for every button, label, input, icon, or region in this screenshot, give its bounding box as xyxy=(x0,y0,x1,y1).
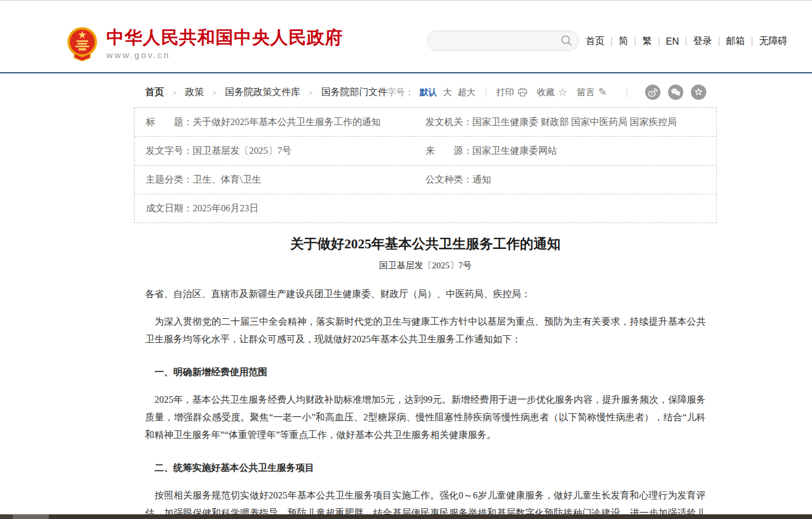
wechat-share-icon[interactable] xyxy=(668,85,683,100)
toolbar-divider: | xyxy=(626,87,628,97)
font-size-label: 字号： xyxy=(387,87,414,98)
breadcrumb-policy[interactable]: 政策 xyxy=(164,86,204,99)
article: 关于做好2025年基本公共卫生服务工作的通知 国卫基层发〔2025〕7号 各省、… xyxy=(134,230,717,519)
meta-value-doc-type: 通知 xyxy=(472,174,491,186)
search-icon[interactable] xyxy=(561,35,572,49)
site-title: 中华人民共和国中央人民政府 xyxy=(106,28,343,47)
favorite-share-icon[interactable] xyxy=(691,85,706,100)
breadcrumb: 首页 政策 国务院政策文件库 国务院部门文件 xyxy=(134,86,387,99)
article-paragraph: 2025年，基本公共卫生服务经费人均财政补助标准增加5元，达到99元。新增经费用… xyxy=(145,391,706,444)
star-icon: ☆ xyxy=(558,87,568,97)
article-section-heading-1: 一、明确新增经费使用范围 xyxy=(145,363,706,381)
breadcrumb-home[interactable]: 首页 xyxy=(145,86,164,99)
meta-label-source: 来 源： xyxy=(425,145,472,157)
taskbar-edge-segment xyxy=(13,514,49,519)
nav-mail[interactable]: 邮箱 xyxy=(712,35,745,48)
printer-icon xyxy=(518,87,528,97)
font-size-xlarge-button[interactable]: 超大 xyxy=(458,87,475,98)
font-size-large-button[interactable]: 大 xyxy=(443,87,452,98)
breadcrumb-policy-library[interactable]: 国务院政策文件库 xyxy=(204,86,300,99)
weibo-share-icon[interactable] xyxy=(645,85,660,100)
article-toolbar: 字号： 默认 大 超大 | 打印 收藏 ☆ 留言 ✎ | xyxy=(387,85,706,100)
toolbar-divider: | xyxy=(485,87,487,97)
nav-english[interactable]: EN xyxy=(652,36,679,47)
article-doc-number: 国卫基层发〔2025〕7号 xyxy=(134,260,717,271)
site-url: www.gov.cn xyxy=(106,50,343,60)
meta-value-date: 2025年06月23日 xyxy=(193,203,259,215)
site-header: 中华人民共和国中央人民政府 www.gov.cn 首页 简 繁 EN 登录 邮箱… xyxy=(0,1,812,73)
meta-value-topic-category: 卫生、体育\卫生 xyxy=(193,174,261,186)
breadcrumb-department-documents[interactable]: 国务院部门文件 xyxy=(300,86,387,99)
search-box[interactable] xyxy=(427,31,579,51)
comment-button[interactable]: 留言 ✎ xyxy=(577,87,607,98)
meta-label-date: 成文日期： xyxy=(146,203,193,215)
meta-value-issuing-agency: 国家卫生健康委 财政部 国家中医药局 国家疾控局 xyxy=(472,116,677,129)
meta-label-topic-category: 主题分类： xyxy=(146,174,193,186)
article-title: 关于做好2025年基本公共卫生服务工作的通知 xyxy=(134,235,717,253)
document-meta-table: 标 题： 关于做好2025年基本公共卫生服务工作的通知 发文机关： 国家卫生健康… xyxy=(134,107,717,223)
nav-accessibility[interactable]: 无障碍 xyxy=(745,35,787,48)
font-size-default-button[interactable]: 默认 xyxy=(420,87,437,98)
article-section-heading-2: 二、统筹实施好基本公共卫生服务项目 xyxy=(145,459,706,477)
gov-logo[interactable]: 中华人民共和国中央人民政府 www.gov.cn xyxy=(66,26,343,62)
nav-login[interactable]: 登录 xyxy=(679,35,712,48)
meta-label-doc-type: 公文种类： xyxy=(425,174,472,186)
article-paragraph: 为深入贯彻党的二十届三中全会精神，落实新时代党的卫生与健康工作方针中以基层为重点… xyxy=(145,313,706,348)
top-nav: 首页 简 繁 EN 登录 邮箱 无障碍 xyxy=(586,35,787,48)
meta-value-source: 国家卫生健康委网站 xyxy=(472,145,557,157)
share-buttons xyxy=(637,85,706,100)
nav-simplified-chinese[interactable]: 简 xyxy=(605,35,628,48)
search-input[interactable] xyxy=(436,31,556,52)
breadcrumb-toolbar-row: 首页 政策 国务院政策文件库 国务院部门文件 字号： 默认 大 超大 | 打印 … xyxy=(134,84,717,100)
meta-row: 发文字号： 国卫基层发〔2025〕7号 来 源： 国家卫生健康委网站 xyxy=(135,137,716,166)
nav-home[interactable]: 首页 xyxy=(586,35,605,48)
meta-value-title: 关于做好2025年基本公共卫生服务工作的通知 xyxy=(193,116,381,129)
meta-row: 成文日期： 2025年06月23日 xyxy=(135,194,716,223)
meta-row: 标 题： 关于做好2025年基本公共卫生服务工作的通知 发文机关： 国家卫生健康… xyxy=(135,108,716,137)
meta-label-issuing-agency: 发文机关： xyxy=(425,116,472,129)
pencil-icon: ✎ xyxy=(598,87,607,97)
print-button[interactable]: 打印 xyxy=(496,87,528,98)
meta-value-doc-number: 国卫基层发〔2025〕7号 xyxy=(193,145,291,157)
national-emblem-icon xyxy=(66,26,98,62)
nav-traditional-chinese[interactable]: 繁 xyxy=(628,35,652,48)
meta-label-doc-number: 发文字号： xyxy=(146,145,193,157)
article-body: 各省、自治区、直辖市及新疆生产建设兵团卫生健康委、财政厅（局）、中医药局、疾控局… xyxy=(134,285,717,519)
meta-label-title: 标 题： xyxy=(146,116,193,129)
taskbar-edge xyxy=(0,514,812,519)
favorite-button[interactable]: 收藏 ☆ xyxy=(537,87,568,98)
meta-row: 主题分类： 卫生、体育\卫生 公文种类： 通知 xyxy=(135,166,716,194)
article-salutation: 各省、自治区、直辖市及新疆生产建设兵团卫生健康委、财政厅（局）、中医药局、疾控局… xyxy=(145,285,706,303)
